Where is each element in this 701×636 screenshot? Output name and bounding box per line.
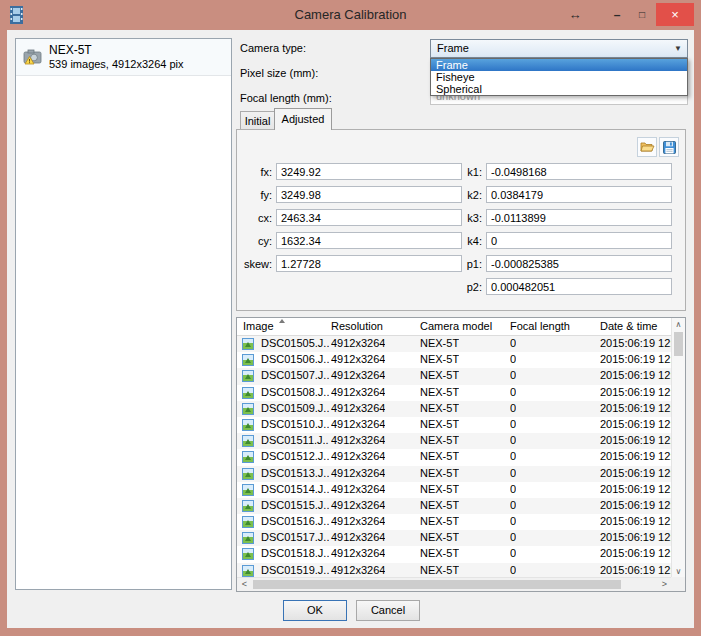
camera-calibration-dialog: Camera Calibration ↔ – □ × NEX-5T 539 im…	[0, 0, 701, 636]
cell-resolution: 4912x3264	[331, 386, 385, 398]
calibration-param-field[interactable]	[486, 232, 672, 249]
image-thumbnail-icon	[242, 435, 254, 447]
table-row[interactable]: DSC01507.J...4912x3264NEX-5T02015:06:19 …	[237, 368, 671, 384]
table-row[interactable]: DSC01514.J...4912x3264NEX-5T02015:06:19 …	[237, 482, 671, 498]
cell-focal_length: 0	[510, 434, 516, 446]
cell-resolution: 4912x3264	[331, 369, 385, 381]
column-header[interactable]: Resolution	[331, 320, 383, 332]
table-row[interactable]: DSC01510.J...4912x3264NEX-5T02015:06:19 …	[237, 417, 671, 433]
cell-date_time: 2015:06:19 12:1	[600, 402, 671, 414]
cell-image: DSC01510.J...	[261, 418, 329, 430]
cell-camera_model: NEX-5T	[420, 386, 459, 398]
dock-button[interactable]: ↔	[564, 7, 586, 24]
image-thumbnail-icon	[242, 468, 254, 480]
tab-adjusted[interactable]: Adjusted	[274, 108, 332, 130]
column-header[interactable]: Date & time	[600, 320, 657, 332]
calibration-param-field[interactable]	[486, 255, 672, 272]
table-row[interactable]: DSC01513.J...4912x3264NEX-5T02015:06:19 …	[237, 466, 671, 482]
table-row[interactable]: DSC01505.J...4912x3264NEX-5T02015:06:19 …	[237, 336, 671, 352]
calibration-param-field[interactable]	[486, 209, 672, 226]
photo-table-header[interactable]: ImageResolutionCamera modelFocal lengthD…	[237, 318, 685, 336]
column-header[interactable]: Focal length	[510, 320, 570, 332]
cell-resolution: 4912x3264	[331, 483, 385, 495]
column-header[interactable]: Camera model	[420, 320, 492, 332]
cell-resolution: 4912x3264	[331, 515, 385, 527]
camera-group-name: NEX-5T	[49, 43, 92, 57]
vertical-scroll-thumb[interactable]	[674, 332, 683, 356]
calibration-param-field[interactable]	[276, 232, 462, 249]
image-thumbnail-icon	[242, 484, 254, 496]
camera-warning-icon	[23, 48, 43, 65]
cell-camera_model: NEX-5T	[420, 450, 459, 462]
ok-button[interactable]: OK	[283, 600, 347, 621]
cell-image: DSC01511.J...	[261, 434, 329, 446]
table-row[interactable]: DSC01516.J...4912x3264NEX-5T02015:06:19 …	[237, 514, 671, 530]
calibration-param-field[interactable]	[276, 209, 462, 226]
table-row[interactable]: DSC01518.J...4912x3264NEX-5T02015:06:19 …	[237, 546, 671, 562]
cell-image: DSC01512.J...	[261, 450, 329, 462]
calibration-param-field[interactable]	[486, 186, 672, 203]
image-thumbnail-icon	[242, 565, 254, 577]
calibration-param-field[interactable]	[486, 278, 672, 295]
photo-table-body[interactable]: DSC01505.J...4912x3264NEX-5T02015:06:19 …	[237, 336, 671, 577]
cell-date_time: 2015:06:19 12:1	[600, 547, 671, 559]
cell-image: DSC01507.J...	[261, 369, 329, 381]
table-row[interactable]: DSC01506.J...4912x3264NEX-5T02015:06:19 …	[237, 352, 671, 368]
scroll-down-icon[interactable]: ∨	[672, 567, 685, 576]
load-calibration-button[interactable]	[637, 137, 657, 157]
camera-type-combobox[interactable]: Frame ▼	[430, 39, 688, 58]
calibration-param-field[interactable]	[276, 186, 462, 203]
camera-type-option[interactable]: Spherical	[431, 83, 687, 95]
camera-type-label: Camera type:	[240, 42, 306, 54]
minimize-button[interactable]: –	[606, 7, 628, 24]
vertical-scrollbar[interactable]: ∧ ∨	[671, 318, 685, 578]
tab-initial[interactable]: Initial	[240, 111, 275, 130]
cell-camera_model: NEX-5T	[420, 402, 459, 414]
calibration-param-field[interactable]	[276, 255, 462, 272]
camera-type-option[interactable]: Fisheye	[431, 71, 687, 83]
cell-image: DSC01515.J...	[261, 499, 329, 511]
sort-ascending-icon	[279, 319, 285, 323]
cell-image: DSC01509.J...	[261, 402, 329, 414]
cell-image: DSC01508.J...	[261, 386, 329, 398]
table-row[interactable]: DSC01508.J...4912x3264NEX-5T02015:06:19 …	[237, 385, 671, 401]
maximize-button[interactable]: □	[631, 7, 653, 24]
image-thumbnail-icon	[242, 548, 254, 560]
calibration-param-field[interactable]	[486, 163, 672, 180]
camera-type-dropdown-list[interactable]: FrameFisheyeSpherical	[430, 58, 688, 96]
window-title: Camera Calibration	[0, 0, 701, 30]
horizontal-scroll-thumb[interactable]	[253, 580, 621, 589]
table-row[interactable]: DSC01519.J...4912x3264NEX-5T02015:06:19 …	[237, 563, 671, 577]
camera-group-item[interactable]: NEX-5T 539 images, 4912x3264 pix	[16, 39, 231, 76]
table-row[interactable]: DSC01512.J...4912x3264NEX-5T02015:06:19 …	[237, 449, 671, 465]
image-thumbnail-icon	[242, 354, 254, 366]
cell-date_time: 2015:06:19 12:1	[600, 353, 671, 365]
cell-focal_length: 0	[510, 402, 516, 414]
column-header[interactable]: Image	[243, 320, 274, 332]
scroll-left-icon[interactable]: <	[238, 578, 251, 591]
horizontal-scrollbar[interactable]: < >	[237, 577, 672, 591]
cell-date_time: 2015:06:19 12:1	[600, 337, 671, 349]
calibration-param-label: fx:	[238, 166, 272, 178]
table-row[interactable]: DSC01517.J...4912x3264NEX-5T02015:06:19 …	[237, 530, 671, 546]
save-calibration-button[interactable]	[659, 137, 679, 157]
calibration-param-field[interactable]	[276, 163, 462, 180]
cell-date_time: 2015:06:19 12:1	[600, 499, 671, 511]
close-button[interactable]: ×	[656, 3, 694, 26]
cell-resolution: 4912x3264	[331, 434, 385, 446]
scrollbar-corner	[671, 577, 685, 591]
cell-date_time: 2015:06:19 12:1	[600, 418, 671, 430]
photo-table[interactable]: ImageResolutionCamera modelFocal lengthD…	[236, 317, 686, 592]
image-thumbnail-icon	[242, 419, 254, 431]
table-row[interactable]: DSC01509.J...4912x3264NEX-5T02015:06:19 …	[237, 401, 671, 417]
cell-image: DSC01519.J...	[261, 564, 329, 576]
camera-group-details: 539 images, 4912x3264 pix	[49, 58, 184, 70]
scroll-up-icon[interactable]: ∧	[672, 320, 685, 329]
cancel-button[interactable]: Cancel	[356, 600, 420, 621]
table-row[interactable]: DSC01511.J...4912x3264NEX-5T02015:06:19 …	[237, 433, 671, 449]
camera-type-option[interactable]: Frame	[431, 59, 687, 71]
camera-groups-list[interactable]: NEX-5T 539 images, 4912x3264 pix	[15, 38, 232, 590]
cell-date_time: 2015:06:19 12:1	[600, 515, 671, 527]
scroll-right-icon[interactable]: >	[658, 578, 671, 591]
table-row[interactable]: DSC01515.J...4912x3264NEX-5T02015:06:19 …	[237, 498, 671, 514]
